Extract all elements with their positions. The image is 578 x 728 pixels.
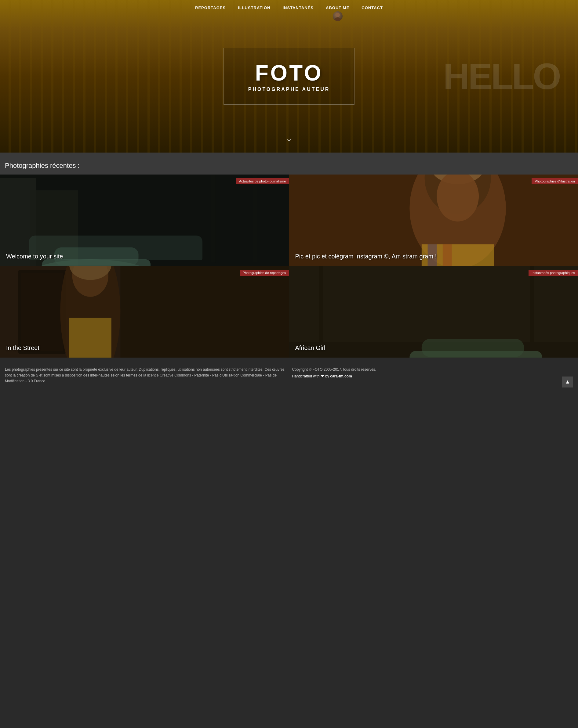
- photo-title-4: African Girl: [295, 344, 326, 352]
- hero-subtitle: PHOTOGRAPHE AUTEUR: [248, 87, 330, 92]
- photo-grid: Actualités de photo-journalisme Welcome …: [0, 175, 578, 358]
- photo-bg-2: [289, 175, 578, 266]
- svg-rect-44: [289, 266, 578, 358]
- hello-text: HELLO: [443, 58, 560, 95]
- photo-bg-4: [289, 266, 578, 358]
- footer: Les photographies présentes sur ce site …: [0, 358, 578, 394]
- footer-left: Les photographies présentes sur ce site …: [5, 367, 286, 385]
- back-to-top-button[interactable]: ▲: [562, 376, 573, 388]
- scroll-down-arrow[interactable]: ⌄: [285, 133, 293, 144]
- photo-cell-2[interactable]: Photographies d'illustration Pic et pic …: [289, 175, 578, 266]
- photo-title-2: Pic et pic et colégram Instagram ©, Am s…: [295, 253, 437, 260]
- photo-category-2: Photographies d'illustration: [532, 178, 578, 184]
- heart-icon: ❤: [321, 373, 324, 378]
- hero-title: FOTO: [248, 60, 330, 85]
- footer-right: Copyright © FOTO 2005-2017, tous droits …: [292, 367, 573, 385]
- nav-about-me[interactable]: ABOUT ME: [326, 5, 349, 21]
- footer-copyright: Copyright © FOTO 2005-2017, tous droits …: [292, 367, 573, 372]
- nav-contact[interactable]: CONTACT: [361, 5, 383, 10]
- photo-cell-4[interactable]: Instantanés photographiques African Girl: [289, 266, 578, 358]
- photo-cell-3[interactable]: Photographies de reportages In the Stree…: [0, 266, 289, 358]
- footer-handcrafted: Handcrafted with ❤ by cara-tm.com: [292, 372, 573, 379]
- nav-reportages[interactable]: REPORTAGES: [195, 5, 226, 10]
- svg-rect-14: [0, 175, 289, 266]
- svg-point-1: [334, 18, 341, 21]
- svg-rect-33: [0, 266, 289, 358]
- cara-link[interactable]: cara-tm.com: [330, 374, 352, 378]
- hero-text-box: FOTO PHOTOGRAPHE AUTEUR: [224, 48, 355, 105]
- nav-illustration[interactable]: ILLUSTRATION: [238, 5, 270, 10]
- svg-rect-24: [289, 175, 578, 266]
- hero-section: HELLO FOTO PHOTOGRAPHE AUTEUR ⌄: [0, 0, 578, 153]
- footer-text-2: et sont mises à disposition des inter-na…: [38, 373, 147, 378]
- photo-cell-1[interactable]: Actualités de photo-journalisme Welcome …: [0, 175, 289, 266]
- photo-bg-3: [0, 266, 289, 358]
- photo-category-1: Actualités de photo-journalisme: [236, 178, 289, 184]
- photo-category-4: Instantanés photographiques: [529, 270, 578, 276]
- main-nav: REPORTAGES ILLUSTRATION INSTANTANÉS ABOU…: [0, 0, 578, 21]
- photo-title-3: In the Street: [6, 344, 40, 352]
- nav-instantanes[interactable]: INSTANTANÉS: [282, 5, 313, 10]
- recent-title: Photographies récentes :: [0, 159, 578, 175]
- photo-bg-1: [0, 175, 289, 266]
- footer-wrapper: Les photographies présentes sur ce site …: [0, 358, 578, 394]
- footer-license-link[interactable]: licence Creative Commons: [147, 373, 191, 378]
- photo-title-1: Welcome to your site: [6, 253, 63, 260]
- recent-section: Photographies récentes :: [0, 153, 578, 358]
- photo-category-3: Photographies de reportages: [240, 270, 289, 276]
- avatar: [333, 11, 343, 21]
- svg-point-0: [335, 13, 340, 17]
